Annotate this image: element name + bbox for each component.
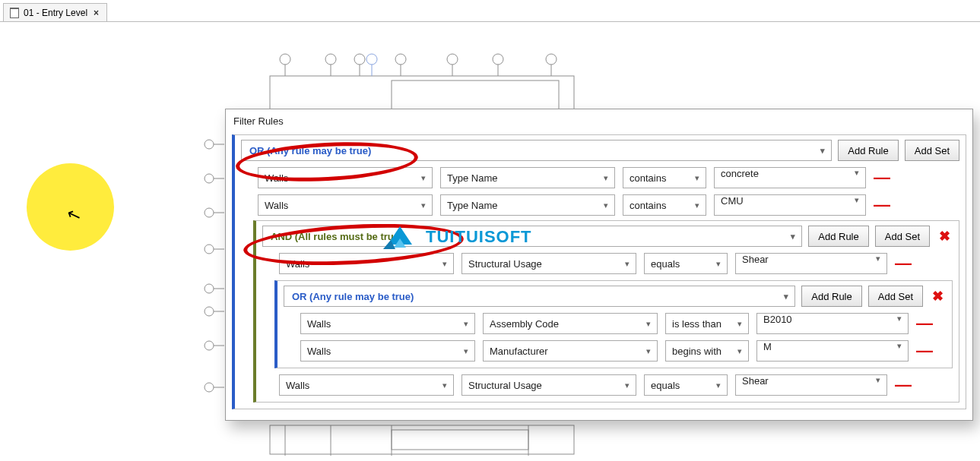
view-tab[interactable]: 01 - Entry Level × [3, 3, 107, 21]
svg-point-21 [205, 174, 214, 183]
add-rule-button[interactable]: Add Rule [838, 140, 898, 161]
svg-point-7 [354, 54, 365, 65]
add-set-button[interactable]: Add Set [905, 140, 959, 161]
operator-dropdown[interactable]: is less than [665, 313, 749, 334]
parameter-dropdown[interactable]: Assembly Code [483, 313, 658, 334]
svg-point-25 [205, 245, 214, 254]
svg-point-29 [205, 307, 214, 316]
svg-point-5 [325, 54, 336, 65]
category-dropdown[interactable]: Walls [300, 340, 475, 362]
value-input[interactable]: M [756, 340, 909, 362]
remove-rule-icon[interactable]: — [916, 343, 933, 359]
svg-point-15 [493, 54, 503, 65]
view-tab-label: 01 - Entry Level [24, 8, 87, 18]
value-input[interactable]: Shear [735, 374, 887, 396]
rule-row: Walls Manufacturer begins with M — [300, 340, 946, 362]
rule-row: Walls Structural Usage equals Shear — [279, 374, 953, 396]
svg-point-3 [280, 54, 290, 65]
value-input[interactable]: concrete [714, 167, 866, 188]
svg-point-9 [366, 54, 377, 65]
value-input[interactable]: Shear [735, 253, 887, 274]
close-icon[interactable]: × [92, 8, 100, 18]
rule-row: Walls Type Name contains CMU — [258, 194, 959, 216]
operator-dropdown[interactable]: begins with [665, 340, 749, 362]
remove-rule-icon[interactable]: — [874, 197, 890, 213]
svg-point-17 [546, 54, 557, 65]
svg-point-23 [205, 208, 214, 217]
value-input[interactable]: CMU [714, 194, 866, 216]
parameter-dropdown[interactable]: Manufacturer [483, 340, 658, 362]
operator-dropdown[interactable]: equals [644, 253, 728, 274]
svg-point-19 [205, 140, 214, 149]
add-set-button[interactable]: Add Set [868, 286, 923, 307]
value-input[interactable]: B2010 [756, 313, 909, 334]
svg-point-31 [205, 341, 214, 350]
rule-set-or-inner: OR (Any rule may be true) Add Rule Add S… [274, 280, 953, 368]
cursor-highlight [27, 163, 114, 251]
svg-point-27 [205, 284, 214, 293]
rule-row: Walls Structural Usage equals Shear — [279, 253, 953, 274]
operator-dropdown[interactable]: contains [623, 167, 706, 188]
rule-set-or-outer: OR (Any rule may be true) Add Rule Add S… [232, 134, 966, 409]
tabstrip-divider [0, 21, 980, 22]
parameter-dropdown[interactable]: Structural Usage [461, 374, 636, 396]
dialog-title: Filter Rules [232, 114, 966, 131]
add-set-button[interactable]: Add Set [875, 226, 930, 247]
add-rule-button[interactable]: Add Rule [801, 286, 861, 307]
parameter-dropdown[interactable]: Type Name [440, 194, 615, 216]
category-dropdown[interactable]: Walls [258, 194, 433, 216]
svg-point-13 [447, 54, 458, 65]
document-icon [10, 8, 19, 18]
svg-point-11 [395, 54, 406, 65]
category-dropdown[interactable]: Walls [279, 374, 454, 396]
rule-set-and: AND (All rules must be true) Add Rule Ad… [253, 220, 959, 403]
remove-rule-icon[interactable]: — [874, 169, 890, 186]
parameter-dropdown[interactable]: Structural Usage [461, 253, 636, 274]
remove-rule-icon[interactable]: — [895, 255, 912, 272]
remove-rule-icon[interactable]: — [916, 315, 933, 332]
svg-rect-37 [392, 430, 528, 450]
remove-rule-icon[interactable]: — [895, 377, 912, 393]
svg-rect-35 [163, 190, 205, 219]
category-dropdown[interactable]: Walls [279, 253, 454, 274]
svg-point-33 [205, 383, 214, 392]
filter-rules-dialog: Filter Rules OR (Any rule may be true) A… [225, 109, 973, 421]
rule-set-and-selector[interactable]: AND (All rules must be true) [262, 226, 802, 247]
rule-set-or-inner-selector[interactable]: OR (Any rule may be true) [284, 286, 795, 307]
parameter-dropdown[interactable]: Type Name [440, 167, 615, 188]
rule-row: Walls Type Name contains concrete — [258, 167, 959, 188]
operator-dropdown[interactable]: contains [623, 194, 706, 216]
operator-dropdown[interactable]: equals [644, 374, 728, 396]
add-rule-button[interactable]: Add Rule [808, 226, 868, 247]
rule-row: Walls Assembly Code is less than B2010 — [300, 313, 946, 334]
category-dropdown[interactable]: Walls [258, 167, 433, 188]
remove-set-icon[interactable]: ✖ [936, 228, 953, 245]
rule-set-or-outer-selector[interactable]: OR (Any rule may be true) [241, 140, 832, 161]
category-dropdown[interactable]: Walls [300, 313, 475, 334]
remove-set-icon[interactable]: ✖ [929, 288, 946, 305]
